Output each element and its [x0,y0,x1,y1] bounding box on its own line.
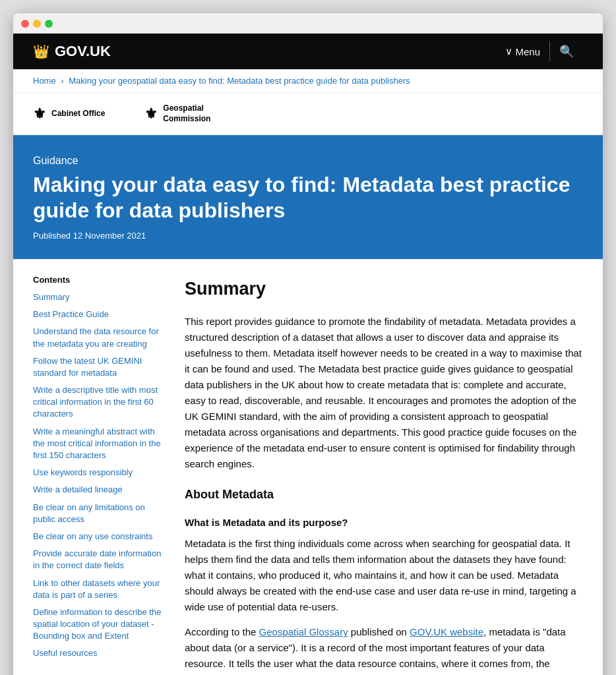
sidebar-link-keywords[interactable]: Use keywords responsibly [33,467,165,479]
what-is-paragraph: Metadata is the first thing individuals … [185,536,583,615]
sidebar-link-abstract[interactable]: Write a meaningful abstract with the mos… [33,426,165,462]
about-metadata-heading: About Metadata [185,485,583,504]
dot-yellow[interactable] [33,20,41,28]
publisher-geospatial: ⚜ GeospatialCommission [144,103,210,124]
sidebar-nav: Summary Best Practice Guide Understand t… [33,291,165,660]
sidebar-link-constraints[interactable]: Be clear on any use constraints [33,531,165,543]
search-button[interactable]: 🔍 [550,40,583,63]
according-text-before: According to the [185,626,259,637]
sidebar-link-resources[interactable]: Useful resources [33,647,165,659]
dot-green[interactable] [45,20,53,28]
crown-icon: 👑 [33,44,49,59]
intro-paragraph: This report provides guidance to promote… [185,314,583,472]
sidebar-link-summary[interactable]: Summary [33,291,165,303]
sidebar-link-spatial[interactable]: Define information to describe the spati… [33,606,165,643]
list-item: Write a meaningful abstract with the mos… [33,426,165,462]
sidebar-link-best-practice[interactable]: Best Practice Guide [33,308,165,320]
menu-chevron: ∨ [505,45,512,57]
guidance-label: Guidance [33,155,583,167]
breadcrumb-current[interactable]: Making your geospatial data easy to find… [69,76,410,86]
menu-button[interactable]: ∨ Menu [496,42,550,61]
publisher-cabinet-office: ⚜ Cabinet Office [33,105,105,123]
what-is-heading: What is Metadata and its purpose? [185,515,583,531]
list-item: Use keywords responsibly [33,467,165,479]
sidebar-link-understand[interactable]: Understand the data resource for the met… [33,326,165,349]
sidebar: Contents Summary Best Practice Guide Und… [33,275,165,675]
publishers: ⚜ Cabinet Office ⚜ GeospatialCommission [13,93,603,135]
breadcrumb: Home › Making your geospatial data easy … [13,69,603,93]
page-title: Making your data easy to find: Metadata … [33,172,583,223]
list-item: Write a descriptive title with most crit… [33,384,165,421]
browser-dots [21,20,595,28]
according-text-mid: published on [348,626,410,637]
dot-red[interactable] [21,20,29,28]
list-item: Best Practice Guide [33,308,165,320]
breadcrumb-home[interactable]: Home [33,76,56,86]
govuk-logo-text: GOV.UK [55,43,111,60]
sidebar-link-gemini[interactable]: Follow the latest UK GEMINI standard for… [33,355,165,379]
page-header-blue: Guidance Making your data easy to find: … [13,135,603,259]
search-icon: 🔍 [559,45,574,58]
cabinet-office-label: Cabinet Office [51,109,105,119]
header-nav: ∨ Menu 🔍 [496,40,583,63]
list-item: Be clear on any limitations on public ac… [33,502,165,525]
menu-label: Menu [515,46,540,57]
list-item: Define information to describe the spati… [33,606,165,643]
list-item: Useful resources [33,647,165,659]
list-item: Follow the latest UK GEMINI standard for… [33,355,165,379]
govuk-header: 👑 GOV.UK ∨ Menu 🔍 [13,34,603,69]
sidebar-link-date[interactable]: Provide accurate date information in the… [33,548,165,572]
list-item: Summary [33,291,165,303]
contents-label: Contents [33,275,165,285]
summary-heading: Summary [185,275,583,303]
according-paragraph: According to the Geospatial Glossary pub… [185,624,583,675]
sidebar-link-lineage[interactable]: Write a detailed lineage [33,484,165,496]
breadcrumb-separator: › [61,76,63,86]
browser-window: 👑 GOV.UK ∨ Menu 🔍 Home › Making your geo… [13,13,603,675]
govuk-logo[interactable]: 👑 GOV.UK [33,43,111,60]
published-date: Published 12 November 2021 [33,231,583,241]
geospatial-label: GeospatialCommission [163,103,210,124]
govuk-website-link[interactable]: GOV.UK website [410,626,483,637]
list-item: Provide accurate date information in the… [33,548,165,572]
list-item: Understand the data resource for the met… [33,326,165,349]
geospatial-crest: ⚜ [144,105,158,123]
sidebar-link-datasets[interactable]: Link to other datasets where your data i… [33,577,165,601]
sidebar-link-limitations[interactable]: Be clear on any limitations on public ac… [33,502,165,525]
cabinet-office-crest: ⚜ [33,105,46,123]
list-item: Link to other datasets where your data i… [33,577,165,601]
list-item: Be clear on any use constraints [33,531,165,543]
article-content: Summary This report provides guidance to… [185,275,583,675]
sidebar-link-title[interactable]: Write a descriptive title with most crit… [33,384,165,421]
list-item: Write a detailed lineage [33,484,165,496]
main-content: Contents Summary Best Practice Guide Und… [13,259,603,675]
browser-chrome [13,13,603,34]
geospatial-glossary-link[interactable]: Geospatial Glossary [259,626,348,637]
